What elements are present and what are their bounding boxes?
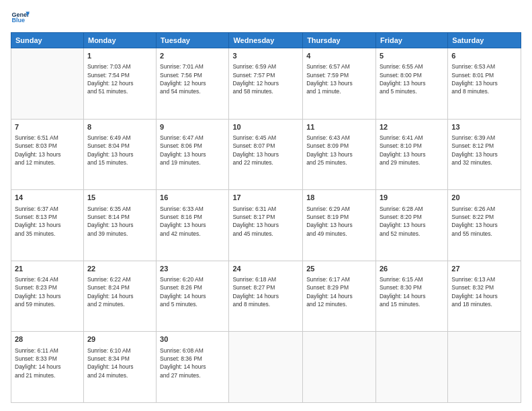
svg-text:Blue: Blue: [11, 17, 25, 24]
day-number: 22: [87, 264, 152, 274]
calendar-cell: 19Sunrise: 6:28 AM Sunset: 8:20 PM Dayli…: [375, 190, 447, 261]
calendar-cell: 3Sunrise: 6:59 AM Sunset: 7:57 PM Daylig…: [229, 48, 303, 120]
day-number: 18: [306, 193, 372, 203]
calendar-cell: 18Sunrise: 6:29 AM Sunset: 8:19 PM Dayli…: [303, 190, 376, 261]
calendar-cell: 8Sunrise: 6:49 AM Sunset: 8:04 PM Daylig…: [83, 119, 156, 190]
calendar-cell: 25Sunrise: 6:17 AM Sunset: 8:29 PM Dayli…: [303, 261, 376, 332]
day-number: 16: [160, 193, 225, 203]
week-row-4: 21Sunrise: 6:24 AM Sunset: 8:23 PM Dayli…: [11, 261, 521, 332]
calendar-cell: [229, 332, 303, 403]
calendar-cell: 28Sunrise: 6:11 AM Sunset: 8:33 PM Dayli…: [11, 332, 84, 403]
header-tuesday: Tuesday: [157, 33, 229, 48]
calendar-cell: 27Sunrise: 6:13 AM Sunset: 8:32 PM Dayli…: [448, 261, 521, 332]
calendar-cell: 9Sunrise: 6:47 AM Sunset: 8:06 PM Daylig…: [157, 119, 229, 190]
day-info: Sunrise: 6:13 AM Sunset: 8:32 PM Dayligh…: [451, 275, 517, 308]
calendar-cell: 12Sunrise: 6:41 AM Sunset: 8:10 PM Dayli…: [375, 119, 447, 190]
day-info: Sunrise: 6:22 AM Sunset: 8:24 PM Dayligh…: [87, 275, 152, 308]
day-number: 27: [451, 264, 517, 274]
calendar-cell: 23Sunrise: 6:20 AM Sunset: 8:26 PM Dayli…: [157, 261, 229, 332]
day-number: 9: [160, 122, 225, 132]
day-info: Sunrise: 6:53 AM Sunset: 8:01 PM Dayligh…: [451, 62, 517, 95]
day-info: Sunrise: 6:15 AM Sunset: 8:30 PM Dayligh…: [380, 275, 444, 308]
day-info: Sunrise: 6:20 AM Sunset: 8:26 PM Dayligh…: [160, 275, 225, 308]
day-number: 1: [87, 51, 152, 61]
day-number: 6: [451, 51, 517, 61]
header-thursday: Thursday: [303, 33, 376, 48]
calendar-cell: 15Sunrise: 6:35 AM Sunset: 8:14 PM Dayli…: [83, 190, 156, 261]
day-number: 10: [232, 122, 299, 132]
day-number: 5: [380, 51, 444, 61]
week-row-3: 14Sunrise: 6:37 AM Sunset: 8:13 PM Dayli…: [11, 190, 521, 261]
header-wednesday: Wednesday: [229, 33, 303, 48]
day-info: Sunrise: 6:57 AM Sunset: 7:59 PM Dayligh…: [306, 62, 372, 95]
day-number: 23: [160, 264, 225, 274]
day-number: 25: [306, 264, 372, 274]
calendar-table: SundayMondayTuesdayWednesdayThursdayFrid…: [11, 32, 521, 403]
day-info: Sunrise: 6:39 AM Sunset: 8:12 PM Dayligh…: [451, 134, 517, 167]
header-monday: Monday: [83, 33, 156, 48]
day-info: Sunrise: 6:55 AM Sunset: 8:00 PM Dayligh…: [380, 62, 444, 95]
day-number: 19: [380, 193, 444, 203]
day-info: Sunrise: 6:49 AM Sunset: 8:04 PM Dayligh…: [87, 134, 152, 167]
day-info: Sunrise: 6:11 AM Sunset: 8:33 PM Dayligh…: [15, 347, 80, 379]
day-number: 13: [451, 122, 517, 132]
calendar-cell: 7Sunrise: 6:51 AM Sunset: 8:03 PM Daylig…: [11, 119, 84, 190]
day-number: 21: [15, 264, 80, 274]
day-info: Sunrise: 6:31 AM Sunset: 8:17 PM Dayligh…: [232, 205, 299, 238]
logo: General Blue: [11, 8, 30, 27]
calendar-cell: 21Sunrise: 6:24 AM Sunset: 8:23 PM Dayli…: [11, 261, 84, 332]
calendar-cell: [448, 332, 521, 403]
day-number: 15: [87, 193, 152, 203]
day-number: 8: [87, 122, 152, 132]
calendar-cell: [303, 332, 376, 403]
day-info: Sunrise: 6:35 AM Sunset: 8:14 PM Dayligh…: [87, 205, 152, 238]
day-info: Sunrise: 6:24 AM Sunset: 8:23 PM Dayligh…: [15, 275, 80, 308]
day-number: 3: [232, 51, 299, 61]
calendar-cell: 4Sunrise: 6:57 AM Sunset: 7:59 PM Daylig…: [303, 48, 376, 120]
day-number: 4: [306, 51, 372, 61]
calendar-cell: 1Sunrise: 7:03 AM Sunset: 7:54 PM Daylig…: [83, 48, 156, 120]
day-info: Sunrise: 6:33 AM Sunset: 8:16 PM Dayligh…: [160, 205, 225, 238]
day-info: Sunrise: 6:29 AM Sunset: 8:19 PM Dayligh…: [306, 205, 372, 238]
day-info: Sunrise: 6:10 AM Sunset: 8:34 PM Dayligh…: [87, 347, 152, 379]
day-info: Sunrise: 6:41 AM Sunset: 8:10 PM Dayligh…: [380, 134, 444, 167]
calendar-cell: 17Sunrise: 6:31 AM Sunset: 8:17 PM Dayli…: [229, 190, 303, 261]
page-header: General Blue: [11, 8, 521, 27]
calendar-header-row: SundayMondayTuesdayWednesdayThursdayFrid…: [11, 33, 521, 48]
day-info: Sunrise: 7:03 AM Sunset: 7:54 PM Dayligh…: [87, 62, 152, 95]
calendar-cell: 10Sunrise: 6:45 AM Sunset: 8:07 PM Dayli…: [229, 119, 303, 190]
calendar-cell: 16Sunrise: 6:33 AM Sunset: 8:16 PM Dayli…: [157, 190, 229, 261]
calendar-cell: 20Sunrise: 6:26 AM Sunset: 8:22 PM Dayli…: [448, 190, 521, 261]
header-sunday: Sunday: [11, 33, 84, 48]
day-number: 20: [451, 193, 517, 203]
day-info: Sunrise: 6:17 AM Sunset: 8:29 PM Dayligh…: [306, 275, 372, 308]
calendar-cell: 2Sunrise: 7:01 AM Sunset: 7:56 PM Daylig…: [157, 48, 229, 120]
calendar-cell: 5Sunrise: 6:55 AM Sunset: 8:00 PM Daylig…: [375, 48, 447, 120]
day-info: Sunrise: 6:18 AM Sunset: 8:27 PM Dayligh…: [232, 275, 299, 308]
week-row-1: 1Sunrise: 7:03 AM Sunset: 7:54 PM Daylig…: [11, 48, 521, 120]
day-number: 26: [380, 264, 444, 274]
day-info: Sunrise: 6:08 AM Sunset: 8:36 PM Dayligh…: [160, 347, 225, 379]
day-number: 14: [15, 193, 80, 203]
day-number: 2: [160, 51, 225, 61]
day-info: Sunrise: 7:01 AM Sunset: 7:56 PM Dayligh…: [160, 62, 225, 95]
day-number: 11: [306, 122, 372, 132]
calendar-cell: 13Sunrise: 6:39 AM Sunset: 8:12 PM Dayli…: [448, 119, 521, 190]
day-number: 30: [160, 334, 225, 345]
day-number: 7: [15, 122, 80, 132]
day-info: Sunrise: 6:28 AM Sunset: 8:20 PM Dayligh…: [380, 205, 444, 238]
day-number: 28: [15, 334, 80, 345]
week-row-5: 28Sunrise: 6:11 AM Sunset: 8:33 PM Dayli…: [11, 332, 521, 403]
week-row-2: 7Sunrise: 6:51 AM Sunset: 8:03 PM Daylig…: [11, 119, 521, 190]
day-number: 29: [87, 334, 152, 345]
calendar-cell: 11Sunrise: 6:43 AM Sunset: 8:09 PM Dayli…: [303, 119, 376, 190]
day-number: 12: [380, 122, 444, 132]
calendar-cell: 24Sunrise: 6:18 AM Sunset: 8:27 PM Dayli…: [229, 261, 303, 332]
day-number: 24: [232, 264, 299, 274]
calendar-cell: [375, 332, 447, 403]
day-info: Sunrise: 6:45 AM Sunset: 8:07 PM Dayligh…: [232, 134, 299, 167]
calendar-cell: 14Sunrise: 6:37 AM Sunset: 8:13 PM Dayli…: [11, 190, 84, 261]
header-saturday: Saturday: [448, 33, 521, 48]
calendar-cell: [11, 48, 84, 120]
day-number: 17: [232, 193, 299, 203]
